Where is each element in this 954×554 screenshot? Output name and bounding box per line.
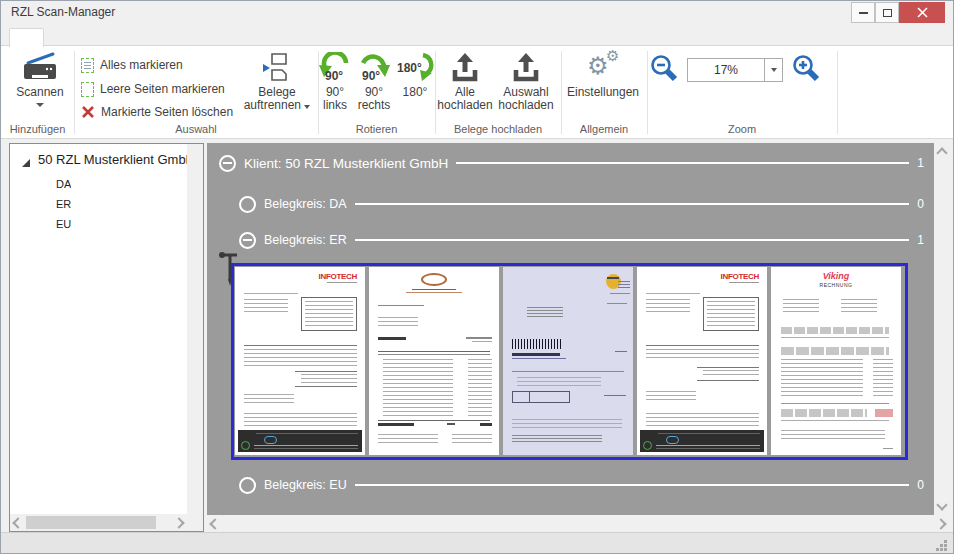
seal-logo <box>421 273 447 286</box>
group-label-hinzufuegen: Hinzufügen <box>1 123 74 135</box>
zoom-in-button[interactable] <box>791 54 821 88</box>
eu-page-count: 0 <box>917 478 924 492</box>
resize-grip[interactable] <box>936 540 939 543</box>
infotech-footer-band <box>238 430 362 452</box>
group-separator <box>74 51 75 134</box>
tree-item-client[interactable]: 50 RZL Musterklient GmbH <box>38 152 194 167</box>
select-empty-label: Leere Seiten markieren <box>100 82 225 96</box>
page-thumbnail-infotech-1[interactable]: INFOTECH <box>235 267 365 455</box>
scroll-left-arrow[interactable] <box>209 518 220 529</box>
viking-logo: Viking <box>771 271 901 281</box>
upload-selection-label-2: hochladen <box>498 99 553 112</box>
tree-item-da[interactable]: DA <box>56 178 71 190</box>
titlebar: RZL Scan-Manager <box>1 1 953 23</box>
status-bar <box>1 532 953 554</box>
window-title: RZL Scan-Manager <box>11 1 115 23</box>
upload-all-label-2: hochladen <box>437 99 492 112</box>
client-tree-panel: 50 RZL Musterklient GmbH DA ER EU <box>9 143 204 532</box>
rotate-left-button[interactable]: 90° 90° links <box>315 50 355 112</box>
rotate-180-button[interactable]: 180° 180° <box>395 50 435 99</box>
chevron-down-icon <box>304 105 310 109</box>
svg-text:90°: 90° <box>325 69 343 83</box>
collapse-er-button[interactable] <box>239 232 256 249</box>
chevron-down-icon <box>771 68 777 72</box>
empty-page-icon <box>81 82 94 97</box>
scroll-left-arrow[interactable] <box>12 517 23 528</box>
minus-icon <box>243 239 252 241</box>
selected-document-group[interactable]: INFOTECH <box>231 263 908 460</box>
scroll-right-arrow[interactable] <box>173 517 184 528</box>
rotate-right-icon: 90° <box>356 50 392 86</box>
select-all-pages-icon <box>81 58 94 73</box>
ribbon-tab-row <box>1 23 953 46</box>
viking-subtitle: RECHNUNG <box>771 282 901 288</box>
page-thumbnail-lilac-invoice[interactable] <box>503 267 633 455</box>
rotate-right-label-2: rechts <box>358 99 391 112</box>
chevron-down-icon <box>36 103 44 107</box>
rotate-right-button[interactable]: 90° 90° rechts <box>353 50 395 112</box>
infotech-logo: INFOTECH <box>319 272 358 281</box>
gear-icon: ⚙ ⚙ <box>584 50 622 86</box>
client-section-header: Klient: 50 RZL Musterklient GmbH 1 <box>219 153 924 173</box>
tree-expander[interactable] <box>22 154 36 168</box>
group-separator <box>647 51 648 134</box>
belegkreis-eu-label: Belegkreis: EU <box>264 478 347 492</box>
scrollbar-corner <box>187 514 203 531</box>
upload-icon <box>512 50 540 86</box>
collapse-client-button[interactable] <box>219 155 236 172</box>
belegkreis-da-label: Belegkreis: DA <box>264 197 347 211</box>
scroll-down-arrow[interactable] <box>936 499 947 510</box>
scroll-right-arrow[interactable] <box>935 518 946 529</box>
expand-da-button[interactable] <box>239 196 256 213</box>
expand-eu-button[interactable] <box>239 477 256 494</box>
rotate-left-icon: 90° <box>317 50 353 86</box>
er-page-count: 1 <box>917 233 924 247</box>
ribbon-tab[interactable] <box>9 28 44 47</box>
scroll-up-arrow[interactable] <box>936 147 947 158</box>
rotate-180-icon: 180° <box>396 50 434 86</box>
zoom-out-button[interactable] <box>649 54 679 88</box>
rotate-left-label-2: links <box>323 99 347 112</box>
settings-label: Einstellungen <box>567 86 639 99</box>
zoom-level-combobox[interactable]: 17% <box>687 58 783 82</box>
group-label-rotieren: Rotieren <box>318 123 435 135</box>
tree-horizontal-scrollbar[interactable] <box>10 514 187 531</box>
section-rule <box>355 203 910 205</box>
upload-all-button[interactable]: Alle hochladen <box>438 50 492 112</box>
tree-item-eu[interactable]: EU <box>56 218 71 230</box>
maximize-button[interactable] <box>875 2 899 23</box>
section-rule <box>355 239 910 241</box>
section-rule <box>456 162 909 164</box>
infotech-logo: INFOTECH <box>721 272 760 281</box>
minimize-button[interactable] <box>851 2 875 23</box>
client-section-label: Klient: 50 RZL Musterklient GmbH <box>244 156 448 171</box>
scrollbar-thumb[interactable] <box>26 516 156 529</box>
highlight-cell <box>875 409 893 417</box>
group-label-allgemein: Allgemein <box>561 123 647 135</box>
tree-item-er[interactable]: ER <box>56 198 71 210</box>
page-thumbnail-infotech-2[interactable]: INFOTECH <box>637 267 767 455</box>
close-button[interactable] <box>899 2 945 23</box>
tree-vertical-scrollbar[interactable] <box>187 144 203 514</box>
scan-label: Scannen <box>16 86 63 99</box>
upload-selection-button[interactable]: Auswahl hochladen <box>494 50 558 112</box>
settings-button[interactable]: ⚙ ⚙ Einstellungen <box>561 50 645 99</box>
split-documents-button[interactable]: Belege auftrennen <box>239 50 315 112</box>
delete-marked-pages-button[interactable]: Markierte Seiten löschen <box>81 102 233 122</box>
select-all-button[interactable]: Alles markieren <box>81 55 183 75</box>
group-separator <box>435 51 436 134</box>
canvas-vertical-scrollbar[interactable] <box>934 143 949 515</box>
delete-marked-label: Markierte Seiten löschen <box>101 105 233 119</box>
select-empty-pages-button[interactable]: Leere Seiten markieren <box>81 79 225 99</box>
scan-button[interactable]: Scannen <box>9 50 71 107</box>
svg-text:180°: 180° <box>397 61 422 75</box>
zoom-level-value: 17% <box>688 63 764 77</box>
page-thumbnail-seal-invoice[interactable] <box>369 267 499 455</box>
zoom-in-icon <box>791 54 821 84</box>
minimize-icon <box>859 12 868 14</box>
group-separator <box>837 51 838 134</box>
canvas-horizontal-scrollbar[interactable] <box>207 515 949 532</box>
upload-icon <box>451 50 479 86</box>
page-thumbnail-viking[interactable]: Viking RECHNUNG <box>771 267 901 455</box>
combobox-dropdown-button[interactable] <box>764 59 782 81</box>
